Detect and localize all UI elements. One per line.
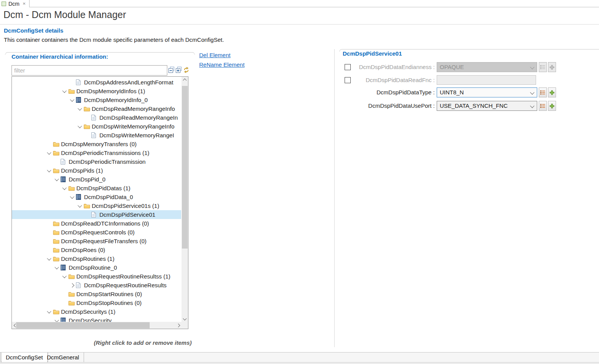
tree-row[interactable]: DcmDspSecurity bbox=[12, 316, 181, 322]
field-label: DcmDspPidDataReadFnc : bbox=[353, 75, 435, 85]
tree-row[interactable]: DcmDspPids (1) bbox=[12, 166, 181, 175]
add-button[interactable] bbox=[548, 101, 556, 111]
field-input bbox=[437, 75, 536, 85]
chevron-down-icon[interactable] bbox=[76, 125, 84, 128]
container-info-heading: Container Hierarchical information: bbox=[12, 53, 108, 60]
tree-row[interactable]: DcmDspPidService01 bbox=[12, 210, 181, 219]
folder-icon bbox=[53, 247, 60, 253]
tree-row[interactable]: DcmDspRequestFileTransfers (0) bbox=[12, 237, 181, 245]
chevron-down-icon[interactable] bbox=[76, 204, 84, 208]
chevron-right-icon[interactable] bbox=[68, 284, 76, 287]
scroll-down-button[interactable] bbox=[182, 316, 188, 321]
field-select[interactable]: USE_DATA_SYNCH_FNC bbox=[437, 101, 537, 111]
tree-row-label: DcmDspMemoryTransfers (0) bbox=[60, 140, 137, 148]
tree-row[interactable]: DcmDspWriteMemoryRangeI bbox=[12, 131, 181, 140]
detail-panel: DcmDspPidService01 DcmDspPidDataEndianne… bbox=[339, 49, 599, 279]
properties-list-button[interactable] bbox=[539, 87, 547, 97]
field-row: DcmDspPidDataUsePort :USE_DATA_SYNCH_FNC bbox=[339, 101, 599, 111]
scroll-up-button[interactable] bbox=[182, 77, 188, 83]
chevron-down-icon[interactable] bbox=[61, 187, 68, 190]
chevron-down-icon[interactable] bbox=[53, 266, 61, 269]
add-icon bbox=[549, 65, 554, 70]
hierarchy-tree[interactable]: DcmDspAddressAndLengthFormatDcmDspMemory… bbox=[12, 76, 188, 329]
tree-row[interactable]: DcmDspRequestControls (0) bbox=[12, 228, 181, 237]
tree-indent bbox=[12, 214, 84, 215]
close-icon[interactable]: ✕ bbox=[23, 2, 26, 6]
tree-row[interactable]: DcmDspPidDatas (1) bbox=[12, 184, 181, 193]
chevron-down-icon[interactable] bbox=[68, 196, 76, 199]
tree-indent bbox=[12, 294, 61, 294]
tree-row-label: DcmDspRoutine_0 bbox=[68, 263, 117, 272]
tree-row[interactable]: DcmDspRoutines (1) bbox=[12, 254, 181, 263]
tree-row[interactable]: DcmDspStopRoutines (0) bbox=[12, 298, 181, 307]
tree-row[interactable]: DcmDspReadDTCInformations (0) bbox=[12, 219, 181, 228]
collapse-all-button[interactable] bbox=[168, 67, 175, 73]
chevron-down-icon[interactable] bbox=[61, 275, 68, 278]
rename-element-link[interactable]: ReName Element bbox=[199, 61, 244, 68]
tree-indent bbox=[12, 117, 84, 118]
vertical-scroll-thumb[interactable] bbox=[182, 86, 188, 249]
field-checkbox[interactable] bbox=[345, 77, 351, 83]
folder-icon bbox=[53, 142, 60, 147]
tree-indent bbox=[12, 267, 53, 268]
refresh-button[interactable] bbox=[183, 67, 190, 73]
tree-row[interactable]: DcmDspRequestRoutineResults bbox=[12, 281, 181, 290]
tree-row[interactable]: DcmDspStartRoutines (0) bbox=[12, 290, 181, 298]
select-value: OPAQUE bbox=[440, 63, 464, 72]
tree-indent bbox=[12, 91, 61, 91]
tree-row[interactable]: DcmDspPeriodicTransmissions (1) bbox=[12, 148, 181, 157]
tree-indent bbox=[12, 126, 76, 127]
tree-indent bbox=[12, 206, 76, 206]
tree-row[interactable]: DcmDspReadMemoryRangeIn bbox=[12, 113, 181, 122]
chevron-down-icon[interactable] bbox=[45, 310, 53, 313]
tree-vertical-scrollbar[interactable] bbox=[182, 77, 188, 322]
filter-input[interactable] bbox=[12, 65, 167, 76]
chevron-down-icon[interactable] bbox=[76, 107, 84, 110]
horizontal-scroll-thumb[interactable] bbox=[16, 322, 150, 328]
tree-row[interactable]: DcmDspPidData_0 bbox=[12, 193, 181, 201]
tree-row[interactable]: DcmDspPid_0 bbox=[12, 175, 181, 184]
tree-row-label: DcmDspRequestFileTransfers (0) bbox=[60, 237, 147, 245]
tree-row-label: DcmDspReadMemoryRangeIn bbox=[99, 113, 178, 122]
field-select[interactable]: UINT8_N bbox=[437, 87, 537, 97]
container-icon bbox=[76, 97, 83, 103]
tree-indent bbox=[12, 153, 45, 153]
tree-row-label: DcmDspRoutines (1) bbox=[60, 254, 114, 263]
tree-row[interactable]: DcmDspPidService01s (1) bbox=[12, 201, 181, 210]
tab-bar-divider bbox=[30, 7, 599, 7]
chevron-down-icon[interactable] bbox=[53, 178, 61, 181]
chevron-down-icon[interactable] bbox=[53, 319, 61, 322]
tree-indent bbox=[12, 170, 45, 171]
tree-row[interactable]: DcmDspAddressAndLengthFormat bbox=[12, 78, 181, 87]
tree-row[interactable]: DcmDspRoes (0) bbox=[12, 245, 181, 254]
tree-row[interactable]: DcmDspMemoryIdInfos (1) bbox=[12, 87, 181, 96]
chevron-down-icon[interactable] bbox=[45, 169, 53, 172]
tree-horizontal-scrollbar[interactable] bbox=[12, 322, 182, 329]
properties-list-button[interactable] bbox=[539, 101, 547, 111]
tab-dcmgeneral[interactable]: DcmGeneral bbox=[42, 352, 84, 362]
tree-row[interactable]: DcmDspMemoryTransfers (0) bbox=[12, 140, 181, 148]
field-select: OPAQUE bbox=[437, 62, 537, 72]
del-element-link[interactable]: Del Element bbox=[199, 52, 231, 58]
tree-row[interactable]: DcmDspWriteMemoryRangeInfo bbox=[12, 122, 181, 131]
chevron-down-icon[interactable] bbox=[45, 257, 53, 260]
tree-row[interactable]: DcmDspReadMemoryRangeInfo bbox=[12, 104, 181, 113]
chevron-down-icon[interactable] bbox=[68, 99, 76, 102]
tree-row-label: DcmDspWriteMemoryRangeI bbox=[99, 131, 174, 140]
properties-list-icon bbox=[540, 91, 545, 95]
tab-dcmconfigset[interactable]: DcmConfigSet bbox=[1, 352, 48, 362]
scroll-right-button[interactable] bbox=[175, 322, 181, 329]
tree-row[interactable]: DcmDspSecuritys (1) bbox=[12, 307, 181, 316]
chevron-down-icon[interactable] bbox=[61, 90, 68, 93]
chevron-down-icon[interactable] bbox=[45, 152, 53, 155]
field-checkbox[interactable] bbox=[345, 64, 351, 70]
tree-row[interactable]: DcmDspRoutine_0 bbox=[12, 263, 181, 272]
add-button[interactable] bbox=[548, 87, 556, 97]
tree-row[interactable]: DcmDspMemoryIdInfo_0 bbox=[12, 96, 181, 104]
expand-all-button[interactable] bbox=[176, 67, 182, 73]
editor-tab-dcm[interactable]: Dcm ✕ bbox=[0, 0, 30, 7]
panel-separator bbox=[334, 49, 335, 347]
tree-row[interactable]: DcmDspRequestRoutineResultss (1) bbox=[12, 272, 181, 281]
tree-row-label: DcmDspPidService01s (1) bbox=[91, 201, 159, 210]
tree-row[interactable]: DcmDspPeriodicTransmission bbox=[12, 157, 181, 166]
